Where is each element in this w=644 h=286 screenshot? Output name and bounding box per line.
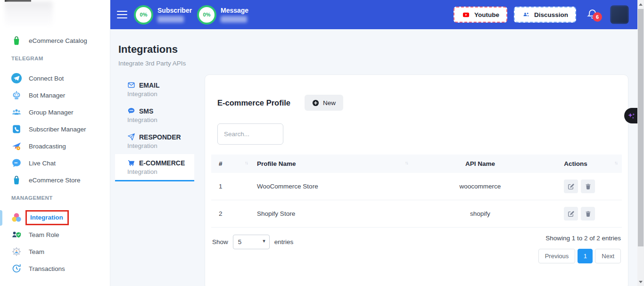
notification-count-badge: 6 <box>593 12 602 22</box>
sidebar-item-label: Group Manager <box>29 109 74 116</box>
sidebar-item-label: eCommerce Store <box>29 177 81 184</box>
sidebar-item-ecommerce-catalog[interactable]: eCommerce Catalog <box>0 32 110 49</box>
pagination-next-button[interactable]: Next <box>595 249 621 263</box>
page-size-select[interactable]: 5 <box>233 235 270 249</box>
message-progress-ring: 0% <box>197 5 216 25</box>
subscriber-value-redacted <box>157 16 184 23</box>
pagination: Previous 1 Next <box>538 249 621 263</box>
active-item-indicator <box>0 210 2 226</box>
avatar-image-blurred <box>610 5 629 24</box>
scrollbar-down-arrow[interactable] <box>637 278 644 285</box>
youtube-button[interactable]: Youtube <box>454 7 507 23</box>
subnav-subtitle: Integration <box>127 142 194 149</box>
pagination-page-1-button[interactable]: 1 <box>578 249 593 263</box>
ecommerce-profile-card: E-commerce Profile New #↑↓ <box>205 74 628 286</box>
search-input[interactable] <box>217 123 283 145</box>
sidebar-item-label: Team <box>29 248 44 255</box>
youtube-button-label: Youtube <box>474 11 499 18</box>
gear-person-icon <box>11 246 22 257</box>
page-subtitle: Integrate 3rd Party APIs <box>118 60 637 67</box>
page-title: Integrations <box>118 43 637 56</box>
sidebar-item-connect-bot[interactable]: Connect Bot <box>0 70 110 87</box>
sidebar-item-team-role[interactable]: Team Role <box>0 226 110 243</box>
subscriber-stat-label: Subscriber <box>157 7 193 14</box>
subnav-sms-integration[interactable]: SMS SMS Integration <box>115 102 194 128</box>
user-avatar[interactable] <box>610 5 629 24</box>
new-profile-button[interactable]: New <box>305 95 343 111</box>
subnav-responder-integration[interactable]: RESPONDER Integration <box>115 128 194 154</box>
sidebar-item-integration[interactable]: Integration <box>0 209 110 226</box>
delete-button[interactable] <box>581 207 595 221</box>
sort-icon[interactable]: ↑↓ <box>245 160 248 165</box>
trash-icon <box>585 183 592 190</box>
message-stat: 0% Message <box>197 5 256 25</box>
subnav-email-integration[interactable]: EMAIL Integration <box>115 76 194 102</box>
ai-assistant-button[interactable] <box>624 108 637 123</box>
email-icon <box>127 81 135 89</box>
sidebar-item-group-manager[interactable]: Group Manager <box>0 104 110 121</box>
edit-button[interactable] <box>564 180 578 193</box>
subscriber-stat: 0% Subscriber <box>134 5 193 25</box>
subnav-title: EMAIL <box>139 82 160 89</box>
column-header-profile-name[interactable]: Profile Name↑↓ <box>252 155 413 173</box>
show-label: Show <box>212 238 228 245</box>
scrollbar-up-arrow[interactable] <box>637 1 644 8</box>
trash-icon <box>585 210 592 218</box>
new-button-label: New <box>323 99 336 106</box>
subnav-subtitle: Integration <box>127 90 194 98</box>
row-api-name: woocommerce <box>413 173 548 200</box>
column-header-actions[interactable]: Actions↑↓ <box>548 155 622 173</box>
column-header-index[interactable]: #↑↓ <box>211 155 252 173</box>
main-content: Integrations Integrate 3rd Party APIs EM… <box>110 29 637 286</box>
svg-text:SMS: SMS <box>129 110 133 112</box>
sidebar-item-subscriber-manager[interactable]: Subscriber Manager <box>0 121 110 138</box>
sidebar-item-label: Live Chat <box>29 160 56 167</box>
sidebar-item-live-chat[interactable]: Live Chat <box>0 155 110 172</box>
subnav-subtitle: Integration <box>127 168 194 175</box>
subscriber-progress-ring: 0% <box>134 5 153 25</box>
scrollbar-thumb[interactable] <box>638 9 644 246</box>
integration-circles-icon <box>11 212 22 223</box>
table-row: 1 WooCommerce Store woocommerce <box>211 173 622 200</box>
showing-entries-text: Showing 1 to 2 of 2 entries <box>545 235 621 242</box>
sidebar-item-team[interactable]: Team <box>0 243 110 260</box>
sidebar-item-label: Transactions <box>29 265 65 272</box>
row-api-name: shopify <box>413 200 548 228</box>
edit-button[interactable] <box>564 207 578 221</box>
sidebar-item-bot-manager[interactable]: Bot Manager <box>0 87 110 104</box>
notification-bell[interactable]: 6 <box>586 8 599 21</box>
subscriber-percent: 0% <box>140 12 148 17</box>
person-shield-icon <box>11 229 22 240</box>
subnav-title: SMS <box>139 107 153 115</box>
table-header-row: #↑↓ Profile Name↑↓ API Name Actions↑↓ <box>211 155 622 173</box>
sort-icon[interactable]: ↑↓ <box>405 160 408 165</box>
message-stat-label: Message <box>221 7 256 14</box>
sms-bubble-icon: SMS <box>127 107 135 115</box>
delete-button[interactable] <box>581 180 595 193</box>
sidebar-item-ecommerce-store[interactable]: eCommerce Store <box>0 172 110 188</box>
sidebar-item-label: Connect Bot <box>29 75 64 82</box>
clock-history-icon <box>11 263 22 274</box>
hamburger-menu-icon[interactable] <box>117 11 127 18</box>
sort-icon[interactable]: ↑↓ <box>614 160 617 165</box>
pagination-previous-button[interactable]: Previous <box>538 249 576 263</box>
shopping-cart-icon <box>127 159 135 167</box>
annotation-red-box: Integration <box>25 210 69 225</box>
sidebar-item-broadcasting[interactable]: Broadcasting <box>0 138 110 155</box>
sidebar-item-transactions[interactable]: Transactions <box>0 260 110 277</box>
discussion-button-label: Discussion <box>534 11 568 18</box>
sidebar-item-label: Subscriber Manager <box>29 126 86 133</box>
column-header-api-name[interactable]: API Name <box>413 155 548 173</box>
contact-phone-book-icon <box>11 123 22 135</box>
robot-icon <box>11 90 22 101</box>
sidebar-item-label: Integration <box>30 214 63 221</box>
subnav-ecommerce-integration[interactable]: E-COMMERCE Integration <box>115 154 194 181</box>
subnav-title: RESPONDER <box>139 133 181 141</box>
youtube-icon <box>462 11 471 18</box>
edit-pencil-icon <box>567 210 575 218</box>
sidebar-item-label: Team Role <box>29 231 59 238</box>
row-profile-name: WooCommerce Store <box>252 173 413 200</box>
paper-plane-icon <box>127 133 135 141</box>
people-discussion-icon <box>522 11 530 18</box>
discussion-button[interactable]: Discussion <box>514 7 576 23</box>
